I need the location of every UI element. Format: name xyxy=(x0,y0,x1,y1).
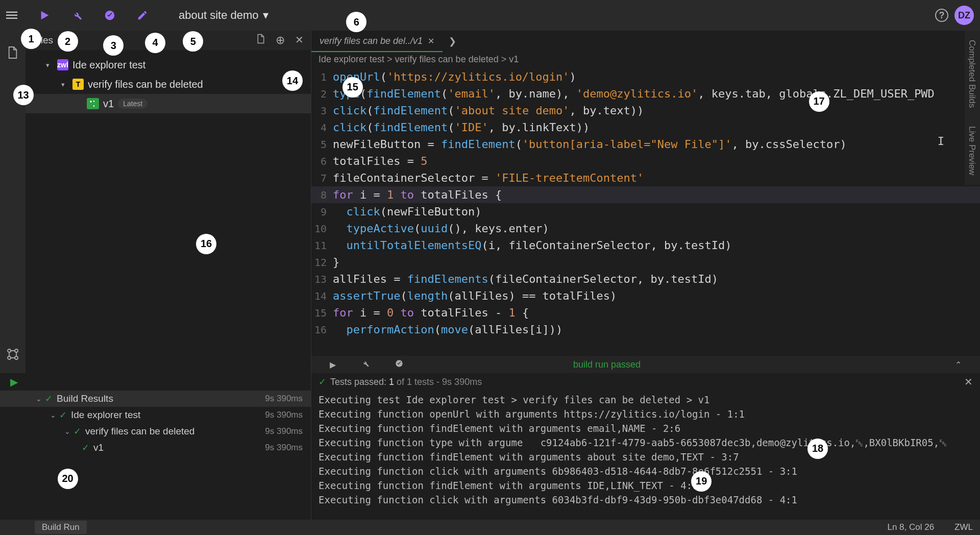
language-mode[interactable]: ZWL xyxy=(954,522,973,532)
avatar[interactable]: DZ xyxy=(954,6,974,25)
chevron-down-icon: ⌄ xyxy=(50,411,59,419)
build-tree: ⌄✓Build Results9s 390ms⌄✓Ide explorer te… xyxy=(0,391,311,520)
code-line[interactable]: 11 untilTotalElementsEQ(i, fileContainer… xyxy=(311,237,980,254)
code-content[interactable]: for i = 1 to totalFiles { xyxy=(333,188,502,201)
annotation-callout: 1 xyxy=(21,29,41,49)
completed-builds-tab[interactable]: Completed Builds xyxy=(965,31,979,117)
build-result-row[interactable]: ⌄✓Ide explorer test9s 390ms xyxy=(0,407,311,423)
file-icon[interactable] xyxy=(7,46,18,62)
svg-point-6 xyxy=(15,349,18,352)
help-icon[interactable]: ? xyxy=(935,9,948,22)
build-result-row[interactable]: ⌄✓Build Results9s 390ms xyxy=(0,391,311,407)
project-name: about site demo xyxy=(179,9,259,22)
close-panel-icon[interactable]: ✕ xyxy=(295,34,304,47)
tree-version-item[interactable]: v1 Latest xyxy=(26,94,311,113)
code-line[interactable]: 7fileContainerSelector = 'FILE-treeItemC… xyxy=(311,169,980,186)
code-line[interactable]: 9 click(newFileButton) xyxy=(311,203,980,220)
build-row-time: 9s 390ms xyxy=(265,410,303,420)
top-toolbar: about site demo ▾ ? DZ xyxy=(0,0,980,31)
build-result-row[interactable]: ✓v19s 390ms xyxy=(0,440,311,456)
code-content[interactable]: performAction(move(allFiles[i])) xyxy=(333,323,562,336)
code-line[interactable]: 14assertTrue(length(allFiles) == totalFi… xyxy=(311,287,980,304)
latest-badge: Latest xyxy=(118,99,148,109)
tree-test-item[interactable]: ▾ T verify files can be deleted xyxy=(26,75,311,94)
version-badge-icon xyxy=(87,98,99,109)
tab-active[interactable]: verify files can be del../v1 ✕ xyxy=(311,31,443,52)
bottom-panel: ▶ ⌄✓Build Results9s 390ms⌄✓Ide explorer … xyxy=(0,373,980,520)
live-preview-tab[interactable]: Live Preview xyxy=(965,117,979,184)
workflow-icon[interactable] xyxy=(7,348,19,363)
code-content[interactable]: click(findElement('about site demo', by.… xyxy=(333,104,644,117)
code-content[interactable]: click(findElement('IDE', by.linkText)) xyxy=(333,121,590,134)
line-number: 7 xyxy=(311,172,333,184)
check-icon[interactable] xyxy=(395,359,403,370)
svg-rect-1 xyxy=(6,15,17,16)
line-number: 10 xyxy=(311,223,333,235)
code-line[interactable]: 2type(findElement('email', by.name), 'de… xyxy=(311,85,980,102)
run-icon[interactable]: ▶ xyxy=(330,360,336,370)
code-line[interactable]: 4click(findElement('IDE', by.linkText)) xyxy=(311,119,980,136)
wrench-icon[interactable] xyxy=(361,359,370,370)
tab-title: verify files can be del../v1 xyxy=(320,36,423,46)
code-content[interactable]: } xyxy=(333,256,339,269)
code-content[interactable]: untilTotalElementsEQ(i, fileContainerSel… xyxy=(333,239,731,252)
annotation-callout: 17 xyxy=(809,91,829,112)
line-number: 5 xyxy=(311,138,333,151)
code-content[interactable]: fileContainerSelector = 'FILE-treeItemCo… xyxy=(333,172,644,184)
new-file-icon[interactable] xyxy=(256,34,265,47)
add-icon[interactable]: ⊕ xyxy=(276,34,285,47)
line-number: 1 xyxy=(311,71,333,83)
code-line[interactable]: 1openUrl('https://zylitics.io/login') xyxy=(311,68,980,85)
code-line[interactable]: 6totalFiles = 5 xyxy=(311,153,980,169)
wrench-icon[interactable] xyxy=(71,10,83,21)
code-line[interactable]: 13allFiles = findElements(fileContainerS… xyxy=(311,271,980,287)
line-number: 2 xyxy=(311,88,333,100)
code-content[interactable]: newFileButton = findElement('button[aria… xyxy=(333,138,847,151)
code-line[interactable]: 8for i = 1 to totalFiles { xyxy=(311,186,980,203)
svg-marker-3 xyxy=(41,11,49,20)
tab-overflow-icon[interactable]: ❯ xyxy=(443,31,462,52)
project-dropdown[interactable]: about site demo ▾ xyxy=(179,9,268,22)
tab-close-icon[interactable]: ✕ xyxy=(428,36,434,46)
activity-bar xyxy=(0,31,26,373)
menu-icon[interactable] xyxy=(6,10,17,21)
tree-file-root[interactable]: ▾ zwl Ide explorer test xyxy=(26,55,311,75)
code-line[interactable]: 5newFileButton = findElement('button[ari… xyxy=(311,136,980,153)
code-line[interactable]: 3click(findElement('about site demo', by… xyxy=(311,102,980,119)
edit-icon[interactable] xyxy=(137,10,148,21)
line-number: 3 xyxy=(311,105,333,117)
code-content[interactable]: for i = 0 to totalFiles - 1 { xyxy=(333,306,529,319)
annotation-callout: 15 xyxy=(342,77,363,98)
build-row-label: Build Results xyxy=(57,393,113,404)
run-icon[interactable] xyxy=(39,10,50,21)
check-icon: ✓ xyxy=(45,393,53,404)
build-result-row[interactable]: ⌄✓verify files can be deleted9s 390ms xyxy=(0,423,311,440)
code-content[interactable]: openUrl('https://zylitics.io/login') xyxy=(333,70,576,83)
check-circle-icon[interactable] xyxy=(104,10,115,21)
code-content[interactable]: assertTrue(length(allFiles) == totalFile… xyxy=(333,289,617,302)
code-content[interactable]: totalFiles = 5 xyxy=(333,155,427,167)
code-content[interactable]: typeActive(uuid(), keys.enter) xyxy=(333,222,549,235)
text-cursor-icon: 𝙸 xyxy=(938,135,944,148)
code-line[interactable]: 10 typeActive(uuid(), keys.enter) xyxy=(311,220,980,237)
annotation-callout: 14 xyxy=(282,70,303,91)
close-icon[interactable]: ✕ xyxy=(964,376,973,388)
code-line[interactable]: 16 performAction(move(allFiles[i])) xyxy=(311,321,980,338)
files-panel: Files ⊕ ✕ ▾ zwl Ide explorer test ▾ xyxy=(26,31,311,373)
editor-area: verify files can be del../v1 ✕ ❯ Ide exp… xyxy=(311,31,980,373)
cursor-position[interactable]: Ln 8, Col 26 xyxy=(887,522,934,532)
rerun-icon[interactable]: ▶ xyxy=(10,376,18,388)
code-content[interactable]: type(findElement('email', by.name), 'dem… xyxy=(333,87,935,100)
code-content[interactable]: allFiles = findElements(fileContainerSel… xyxy=(333,273,718,285)
chevron-up-icon[interactable]: ⌃ xyxy=(955,360,962,370)
line-number: 4 xyxy=(311,121,333,134)
build-row-time: 9s 390ms xyxy=(265,394,303,404)
code-content[interactable]: click(newFileButton) xyxy=(333,205,481,218)
status-mode[interactable]: Build Run xyxy=(35,521,87,534)
annotation-callout: 13 xyxy=(13,85,34,105)
status-bar: Build Run Ln 8, Col 26 ZWL xyxy=(0,520,980,535)
code-line[interactable]: 15for i = 0 to totalFiles - 1 { xyxy=(311,304,980,321)
code-line[interactable]: 12} xyxy=(311,254,980,271)
annotation-callout: 16 xyxy=(196,234,216,254)
code-editor[interactable]: 𝙸 1openUrl('https://zylitics.io/login')2… xyxy=(311,68,980,356)
